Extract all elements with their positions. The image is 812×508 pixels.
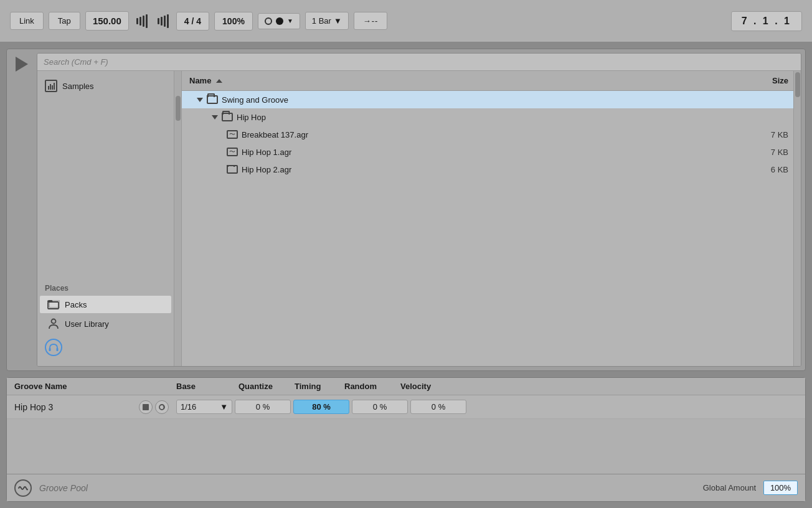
metro-icon-left [134, 11, 150, 32]
position-display[interactable]: 7 . 1 . 1 [731, 11, 802, 31]
time-signature[interactable]: 4 / 4 [176, 12, 209, 31]
sidebar-samples-label: Samples [62, 82, 94, 91]
file-row-swing-groove[interactable]: Swing and Groove [182, 91, 793, 108]
svg-point-2 [52, 319, 56, 324]
file-browser-scrollbar[interactable] [793, 71, 801, 366]
file-name-breakbeat: Breakbeat 137.agr [242, 130, 308, 139]
transport-bar: Link Tap 150.00 4 / 4 100% ▼ 1 Bar ▼ →--… [0, 0, 812, 42]
packs-icon [47, 299, 60, 309]
file-row-hip-hop[interactable]: Hip Hop [182, 108, 793, 126]
play-button[interactable] [16, 57, 28, 72]
headphones-area [45, 339, 166, 356]
svg-rect-3 [49, 348, 51, 351]
record-empty-icon [265, 17, 272, 25]
file-row-breakbeat[interactable]: 〜 Breakbeat 137.agr 7 KB [182, 126, 793, 143]
sidebar: Samples Places Packs [37, 71, 174, 366]
search-bar [37, 54, 801, 71]
groove-icon-hiphop1: 〜 [227, 148, 238, 156]
quantize-arrow-icon: ▼ [334, 16, 342, 26]
play-btn-side [7, 49, 37, 370]
headphones-button[interactable] [45, 339, 62, 356]
commit-icon [142, 403, 149, 411]
groove-empty-area [7, 419, 805, 474]
file-browser-header: Name Size [182, 71, 793, 91]
samples-icon [45, 80, 57, 92]
global-amount-label: Global Amount [703, 483, 756, 492]
groove-timing[interactable]: 80 % [293, 400, 349, 414]
sidebar-user-library-label: User Library [65, 319, 109, 329]
folder-icon-hiphop2 [227, 165, 238, 174]
places-label: Places [37, 279, 174, 295]
svg-rect-4 [57, 348, 59, 351]
tap-button[interactable]: Tap [49, 12, 80, 30]
col-name-header[interactable]: Name [182, 73, 744, 88]
col-size-header[interactable]: Size [744, 73, 793, 88]
groove-velocity[interactable]: 0 % [410, 400, 466, 414]
file-name-hip-hop: Hip Hop [237, 113, 266, 122]
file-list: Swing and Groove Hip Hop [182, 91, 793, 366]
headphones-icon [49, 343, 59, 352]
file-name-hiphop1: Hip Hop 1.agr [242, 148, 291, 157]
groove-col-timing: Timing [295, 382, 344, 391]
wave-button[interactable] [14, 479, 32, 497]
base-dropdown-arrow: ▼ [220, 402, 228, 412]
bottom-bar: Groove Pool Global Amount [7, 474, 805, 501]
groove-name: Hip Hop 3 [14, 402, 139, 412]
file-size-hiphop1: 7 KB [744, 148, 793, 157]
groove-pool-label: Groove Pool [39, 483, 88, 493]
groove-commit-button[interactable] [139, 400, 153, 414]
browser-panel: Samples Places Packs [6, 49, 806, 371]
groove-table-header: Groove Name Base Quantize Timing Random … [7, 378, 805, 395]
wave-icon [18, 484, 28, 492]
extract-icon [158, 403, 166, 411]
groove-row-hiphop3: Hip Hop 3 1/1 [7, 395, 805, 419]
browser-body: Samples Places Packs [37, 71, 801, 366]
arrow-display: →-- [354, 12, 388, 30]
record-buttons[interactable]: ▼ [258, 13, 300, 29]
record-filled-icon [276, 17, 283, 25]
sidebar-item-samples[interactable]: Samples [37, 76, 174, 96]
tempo-display[interactable]: 150.00 [85, 11, 129, 31]
user-library-icon [47, 318, 60, 329]
groove-random[interactable]: 0 % [352, 400, 408, 414]
metro-icon-right [155, 11, 171, 32]
groove-base-dropdown[interactable]: 1/16 ▼ [176, 400, 232, 414]
folder-icon-hip-hop [222, 113, 233, 121]
search-input[interactable] [44, 57, 795, 67]
sort-arrow-icon [216, 79, 222, 83]
groove-quantize[interactable]: 0 % [235, 400, 291, 414]
groove-col-random: Random [344, 382, 400, 391]
folder-icon-swing-groove [207, 95, 218, 104]
sidebar-scrollbar[interactable] [174, 71, 182, 366]
global-amount-input[interactable] [763, 481, 798, 495]
sidebar-scroll-thumb [176, 96, 181, 121]
groove-col-velocity: Velocity [400, 382, 456, 391]
groove-col-quantize: Quantize [238, 382, 295, 391]
record-dropdown-arrow[interactable]: ▼ [287, 17, 293, 24]
svg-rect-5 [143, 404, 149, 410]
link-button[interactable]: Link [10, 12, 44, 30]
file-row-hiphop1[interactable]: 〜 Hip Hop 1.agr 7 KB [182, 143, 793, 161]
file-name-hiphop2: Hip Hop 2.agr [242, 165, 291, 174]
groove-extract-button[interactable] [155, 400, 169, 414]
expand-icon-swing-groove [197, 98, 203, 102]
file-name-swing-groove: Swing and Groove [222, 95, 288, 105]
file-browser: Name Size Swing and Groove [182, 71, 793, 366]
groove-icon-breakbeat: 〜 [227, 130, 238, 139]
quantize-dropdown[interactable]: 1 Bar ▼ [305, 12, 349, 30]
groove-actions [139, 400, 176, 414]
groove-col-base: Base [176, 382, 238, 391]
scrollbar-thumb [795, 72, 800, 97]
sidebar-item-packs[interactable]: Packs [40, 296, 171, 313]
file-size-breakbeat: 7 KB [744, 130, 793, 139]
percent-display[interactable]: 100% [214, 12, 253, 31]
browser-inner: Samples Places Packs [37, 53, 801, 367]
sidebar-packs-label: Packs [65, 300, 87, 309]
file-row-hiphop2[interactable]: Hip Hop 2.agr 6 KB [182, 161, 793, 178]
sidebar-item-user-library[interactable]: User Library [40, 314, 171, 333]
file-size-hiphop2: 6 KB [744, 165, 793, 174]
groove-col-name: Groove Name [14, 382, 176, 391]
groove-pool-panel: Groove Name Base Quantize Timing Random … [6, 377, 806, 502]
main-content: Samples Places Packs [0, 42, 812, 508]
expand-icon-hip-hop [212, 115, 218, 120]
